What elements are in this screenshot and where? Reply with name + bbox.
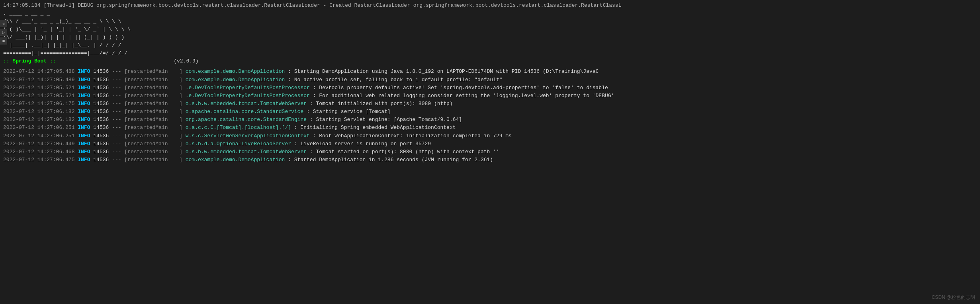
log-logger: o.s.b.w.embedded.tomcat.TomcatWebServer — [186, 101, 307, 107]
log-logger: o.s.b.w.embedded.tomcat.TomcatWebServer — [186, 149, 307, 155]
log-logger: com.example.demo.DemoApplication — [186, 77, 285, 83]
version-text: (v2.6.9) — [174, 58, 198, 64]
ascii-line-3: ( ( )\___ | '_ | '_| | '_ \/ _` | \ \ \ … — [3, 25, 977, 33]
ascii-line-1: . ____ _ __ _ _ — [3, 10, 977, 18]
log-logger: .e.DevToolsPropertyDefaultsPostProcessor — [186, 85, 310, 91]
log-message: : For additional web related logging con… — [313, 93, 614, 99]
log-bracket-close: ] — [179, 133, 182, 139]
log-sep: --- — [112, 93, 121, 99]
log-thread: restartedMain — [127, 68, 179, 76]
log-level: INFO — [78, 141, 90, 147]
log-sep: --- — [112, 85, 121, 91]
log-sep: --- — [112, 141, 121, 147]
log-pid: 14536 — [93, 85, 109, 91]
log-bracket-open: [ — [124, 93, 127, 99]
log-level: INFO — [78, 125, 90, 131]
log-bracket-close: ] — [179, 117, 182, 123]
log-sep: --- — [112, 125, 121, 131]
log-message: : Tomcat started on port(s): 8080 (http)… — [310, 149, 499, 155]
log-bracket-open: [ — [124, 85, 127, 91]
ascii-line-5: ' |____| .__|_| |_|_| |_\__, | / / / / — [3, 41, 977, 49]
sidebar-icon-play[interactable]: ▷ — [0, 29, 7, 36]
spring-boot-label: :: Spring Boot :: — [3, 58, 56, 64]
log-thread: restartedMain — [127, 116, 179, 124]
log-level: INFO — [78, 101, 90, 107]
log-level: INFO — [78, 85, 90, 91]
log-pid: 14536 — [93, 149, 109, 155]
log-pid: 14536 — [93, 109, 109, 115]
log-bracket-close: ] — [179, 157, 182, 163]
log-logger: w.s.c.ServletWebServerApplicationContext — [186, 133, 310, 139]
log-bracket-open: [ — [124, 133, 127, 139]
log-thread: restartedMain — [127, 140, 179, 148]
log-line: 2022-07-12 14:27:06.251 INFO 14536 --- [… — [3, 132, 977, 140]
log-line: 2022-07-12 14:27:05.521 INFO 14536 --- [… — [3, 92, 977, 100]
log-thread: restartedMain — [127, 148, 179, 156]
log-line: 2022-07-12 14:27:06.468 INFO 14536 --- [… — [3, 148, 977, 156]
log-level: INFO — [78, 109, 90, 115]
log-thread: restartedMain — [127, 76, 179, 84]
log-thread: restartedMain — [127, 132, 179, 140]
ascii-line-4: \\/ ___)| |_)| | | | | || (_| | ) ) ) ) — [3, 33, 977, 41]
log-logger: .e.DevToolsPropertyDefaultsPostProcessor — [186, 93, 310, 99]
log-sep: --- — [112, 157, 121, 163]
log-timestamp: 2022-07-12 14:27:06.251 — [3, 125, 74, 131]
log-logger: com.example.demo.DemoApplication — [186, 157, 285, 163]
log-timestamp: 2022-07-12 14:27:05.521 — [3, 85, 74, 91]
ascii-line-2: /\\ / ___'_ __ _ _(_)_ __ __ _ \ \ \ \ — [3, 18, 977, 25]
log-thread: restartedMain — [127, 124, 179, 132]
log-timestamp: 2022-07-12 14:27:06.175 — [3, 101, 74, 107]
log-level: INFO — [78, 157, 90, 163]
log-pid: 14536 — [93, 141, 109, 147]
log-pid: 14536 — [93, 117, 109, 123]
log-thread: restartedMain — [127, 84, 179, 92]
log-bracket-close: ] — [179, 125, 182, 131]
sidebar-icon-back[interactable]: ◁ — [0, 20, 7, 27]
log-timestamp: 2022-07-12 14:27:05.489 — [3, 77, 74, 83]
log-sep: --- — [112, 77, 121, 83]
log-level: INFO — [78, 93, 90, 99]
log-thread: restartedMain — [127, 100, 179, 108]
log-line: 2022-07-12 14:27:06.182 INFO 14536 --- [… — [3, 116, 977, 124]
log-timestamp: 2022-07-12 14:27:06.468 — [3, 149, 74, 155]
log-line: 2022-07-12 14:27:05.521 INFO 14536 --- [… — [3, 84, 977, 92]
log-message: : Root WebApplicationContext: initializa… — [313, 133, 512, 139]
log-sep: --- — [112, 101, 121, 107]
log-bracket-open: [ — [124, 109, 127, 115]
log-message: : Started DemoApplication in 1.286 secon… — [288, 157, 493, 163]
sidebar-icon-stop[interactable]: ■ — [0, 37, 7, 45]
log-level: INFO — [78, 77, 90, 83]
log-level: INFO — [78, 133, 90, 139]
log-level: INFO — [78, 68, 90, 74]
log-pid: 14536 — [93, 157, 109, 163]
log-bracket-open: [ — [124, 101, 127, 107]
log-bracket-close: ] — [179, 85, 182, 91]
log-bracket-close: ] — [179, 101, 182, 107]
log-pid: 14536 — [93, 125, 109, 131]
log-message: : Starting DemoApplication using Java 1.… — [288, 68, 599, 74]
log-message: : Starting service [Tomcat] — [307, 109, 391, 115]
log-sep: --- — [112, 68, 121, 74]
log-logger: com.example.demo.DemoApplication — [186, 68, 285, 74]
log-bracket-open: [ — [124, 125, 127, 131]
log-bracket-close: ] — [179, 149, 182, 155]
log-thread: restartedMain — [127, 108, 179, 116]
log-line: 2022-07-12 14:27:05.489 INFO 14536 --- [… — [3, 76, 977, 84]
log-timestamp: 2022-07-12 14:27:06.182 — [3, 117, 74, 123]
log-level: INFO — [78, 149, 90, 155]
log-message: : Devtools property defaults active! Set… — [313, 85, 608, 91]
debug-header-line: 14:27:05.184 [Thread-1] DEBUG org.spring… — [3, 2, 977, 10]
log-timestamp: 2022-07-12 14:27:05.488 — [3, 68, 74, 74]
log-sep: --- — [112, 109, 121, 115]
log-logger: org.apache.catalina.core.StandardEngine — [186, 117, 307, 123]
ascii-line-6: =========|_|===============|___/=/_/_/_/ — [3, 49, 977, 57]
log-thread: restartedMain — [127, 156, 179, 164]
log-message: : Tomcat initialized with port(s): 8080 … — [310, 101, 453, 107]
log-pid: 14536 — [93, 93, 109, 99]
log-message: : No active profile set, falling back to… — [288, 77, 502, 83]
log-bracket-close: ] — [179, 93, 182, 99]
log-message: : Starting Servlet engine: [Apache Tomca… — [310, 117, 462, 123]
spring-ascii-art: . ____ _ __ _ _ /\\ / ___'_ __ _ _(_)_ _… — [3, 10, 977, 58]
log-pid: 14536 — [93, 101, 109, 107]
log-timestamp: 2022-07-12 14:27:06.251 — [3, 133, 74, 139]
